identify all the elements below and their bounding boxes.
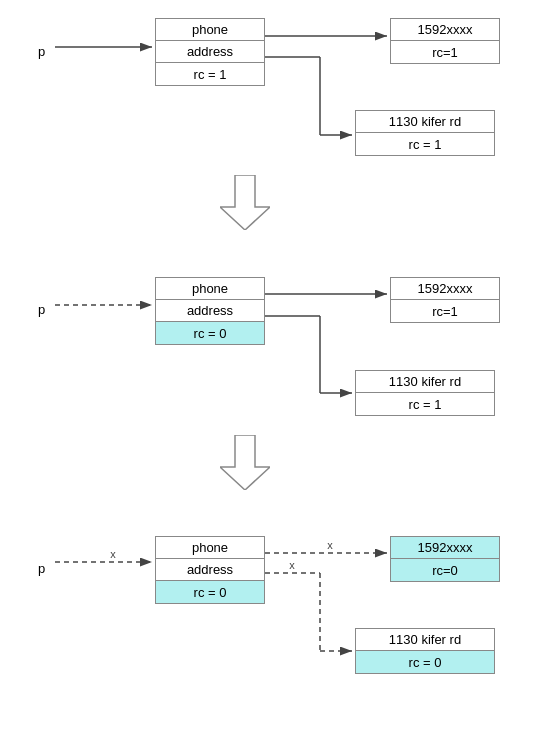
- section3-p-x: x: [110, 548, 116, 560]
- section1-phone-rc-cell: rc=1: [391, 41, 499, 63]
- section2-main-box: phone address rc = 0: [155, 277, 265, 345]
- section1-address-cell: address: [156, 41, 264, 63]
- section1-phone-number-cell: 1592xxxx: [391, 19, 499, 41]
- section1-address-rc-cell: rc = 1: [356, 133, 494, 155]
- svg-marker-0: [220, 175, 270, 230]
- section3-address-box: 1130 kifer rd rc = 0: [355, 628, 495, 674]
- section2-address-box: 1130 kifer rd rc = 1: [355, 370, 495, 416]
- section3-phone-rc-cell: rc=0: [391, 559, 499, 581]
- section2-address-cell: address: [156, 300, 264, 322]
- down-arrow-1: [220, 175, 270, 230]
- section1-address-box: 1130 kifer rd rc = 1: [355, 110, 495, 156]
- section2-phone-cell: phone: [156, 278, 264, 300]
- section2-phone-rc-cell: rc=1: [391, 300, 499, 322]
- down-arrow-2: [220, 435, 270, 490]
- section3-p-label: p: [38, 561, 45, 576]
- section2-phone-box: 1592xxxx rc=1: [390, 277, 500, 323]
- section2-rc-cell: rc = 0: [156, 322, 264, 344]
- section3-address-cell: address: [156, 559, 264, 581]
- section1-p-label: p: [38, 44, 45, 59]
- svg-marker-1: [220, 435, 270, 490]
- section3-main-box: phone address rc = 0: [155, 536, 265, 604]
- section2-p-label: p: [38, 302, 45, 317]
- section3-address-x: x: [289, 559, 295, 571]
- section2-address-value-cell: 1130 kifer rd: [356, 371, 494, 393]
- section2-address-rc-cell: rc = 1: [356, 393, 494, 415]
- section3-phone-x: x: [327, 539, 333, 551]
- section1-main-box: phone address rc = 1: [155, 18, 265, 86]
- section1-phone-box: 1592xxxx rc=1: [390, 18, 500, 64]
- section3-phone-number-cell: 1592xxxx: [391, 537, 499, 559]
- section1-rc-cell: rc = 1: [156, 63, 264, 85]
- section1-address-value-cell: 1130 kifer rd: [356, 111, 494, 133]
- diagram-container: p phone address rc = 1 1592xxxx rc=1 113…: [0, 0, 548, 741]
- section1-phone-cell: phone: [156, 19, 264, 41]
- section3-rc-cell: rc = 0: [156, 581, 264, 603]
- section3-address-value-cell: 1130 kifer rd: [356, 629, 494, 651]
- section2-phone-number-cell: 1592xxxx: [391, 278, 499, 300]
- section3-address-rc-cell: rc = 0: [356, 651, 494, 673]
- section3-phone-cell: phone: [156, 537, 264, 559]
- section3-phone-box: 1592xxxx rc=0: [390, 536, 500, 582]
